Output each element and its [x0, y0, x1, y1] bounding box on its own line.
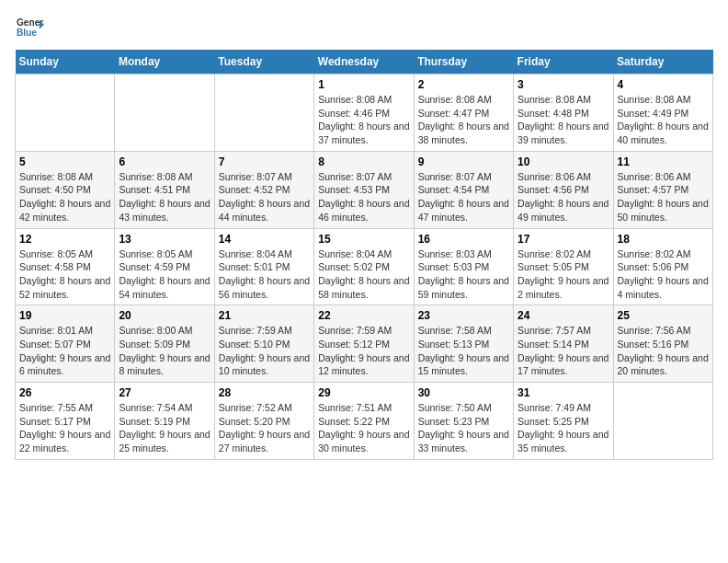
weekday-header-saturday: Saturday — [613, 50, 712, 75]
day-info: Sunrise: 8:04 AMSunset: 5:02 PMDaylight:… — [318, 247, 409, 302]
svg-text:Blue: Blue — [17, 28, 37, 38]
page-header: General Blue — [15, 15, 713, 40]
day-info: Sunrise: 8:04 AMSunset: 5:01 PMDaylight:… — [219, 247, 310, 302]
day-info: Sunrise: 8:02 AMSunset: 5:05 PMDaylight:… — [518, 247, 609, 302]
day-cell: 21Sunrise: 7:59 AMSunset: 5:10 PMDayligh… — [214, 305, 313, 383]
day-info: Sunrise: 8:07 AMSunset: 4:53 PMDaylight:… — [318, 170, 409, 224]
day-info: Sunrise: 7:52 AMSunset: 5:20 PMDaylight:… — [219, 401, 310, 455]
day-number: 29 — [318, 386, 409, 399]
day-number: 20 — [119, 309, 210, 322]
day-cell: 4Sunrise: 8:08 AMSunset: 4:49 PMDaylight… — [613, 75, 712, 152]
day-cell: 11Sunrise: 8:06 AMSunset: 4:57 PMDayligh… — [613, 151, 712, 228]
day-info: Sunrise: 7:58 AMSunset: 5:13 PMDaylight:… — [418, 324, 509, 378]
day-number: 30 — [418, 386, 509, 399]
day-cell: 27Sunrise: 7:54 AMSunset: 5:19 PMDayligh… — [115, 383, 214, 460]
day-number: 11 — [618, 155, 709, 168]
day-cell: 10Sunrise: 8:06 AMSunset: 4:56 PMDayligh… — [514, 151, 613, 228]
day-info: Sunrise: 8:08 AMSunset: 4:50 PMDaylight:… — [19, 170, 110, 224]
day-number: 18 — [618, 233, 709, 246]
day-info: Sunrise: 8:05 AMSunset: 4:59 PMDaylight:… — [119, 247, 210, 302]
week-row-1: 1Sunrise: 8:08 AMSunset: 4:46 PMDaylight… — [16, 75, 713, 152]
day-cell: 28Sunrise: 7:52 AMSunset: 5:20 PMDayligh… — [214, 383, 313, 460]
day-cell: 25Sunrise: 7:56 AMSunset: 5:16 PMDayligh… — [613, 305, 712, 383]
day-cell: 31Sunrise: 7:49 AMSunset: 5:25 PMDayligh… — [514, 383, 613, 460]
day-cell: 2Sunrise: 8:08 AMSunset: 4:47 PMDaylight… — [414, 75, 513, 152]
day-info: Sunrise: 7:55 AMSunset: 5:17 PMDaylight:… — [19, 401, 110, 455]
day-number: 4 — [618, 78, 709, 91]
logo-icon: General Blue — [15, 15, 44, 40]
day-cell: 6Sunrise: 8:08 AMSunset: 4:51 PMDaylight… — [115, 151, 214, 228]
day-cell: 15Sunrise: 8:04 AMSunset: 5:02 PMDayligh… — [314, 228, 414, 305]
week-row-5: 26Sunrise: 7:55 AMSunset: 5:17 PMDayligh… — [16, 383, 713, 460]
day-info: Sunrise: 8:05 AMSunset: 4:58 PMDaylight:… — [19, 247, 110, 302]
day-info: Sunrise: 8:08 AMSunset: 4:51 PMDaylight:… — [119, 170, 210, 224]
day-cell: 18Sunrise: 8:02 AMSunset: 5:06 PMDayligh… — [613, 228, 712, 305]
day-number: 14 — [219, 233, 310, 246]
weekday-header-wednesday: Wednesday — [314, 50, 414, 75]
day-info: Sunrise: 8:06 AMSunset: 4:56 PMDaylight:… — [518, 170, 609, 224]
day-number: 13 — [119, 233, 210, 246]
weekday-header-friday: Friday — [514, 50, 613, 75]
day-cell: 23Sunrise: 7:58 AMSunset: 5:13 PMDayligh… — [414, 305, 513, 383]
day-number: 15 — [318, 233, 409, 246]
day-number: 23 — [418, 309, 509, 322]
day-number: 16 — [418, 233, 509, 246]
weekday-header-thursday: Thursday — [414, 50, 513, 75]
day-info: Sunrise: 8:00 AMSunset: 5:09 PMDaylight:… — [119, 324, 210, 378]
day-number: 24 — [518, 309, 609, 322]
day-cell: 22Sunrise: 7:59 AMSunset: 5:12 PMDayligh… — [314, 305, 414, 383]
week-row-4: 19Sunrise: 8:01 AMSunset: 5:07 PMDayligh… — [16, 305, 713, 383]
day-number: 8 — [318, 155, 409, 168]
day-info: Sunrise: 8:08 AMSunset: 4:47 PMDaylight:… — [418, 93, 509, 147]
day-info: Sunrise: 7:56 AMSunset: 5:16 PMDaylight:… — [618, 324, 709, 378]
day-number: 7 — [219, 155, 310, 168]
calendar-table: SundayMondayTuesdayWednesdayThursdayFrid… — [15, 50, 713, 460]
day-number: 26 — [19, 386, 110, 399]
day-cell: 3Sunrise: 8:08 AMSunset: 4:48 PMDaylight… — [514, 75, 613, 152]
day-cell: 9Sunrise: 8:07 AMSunset: 4:54 PMDaylight… — [414, 151, 513, 228]
day-cell — [16, 75, 115, 152]
day-number: 10 — [518, 155, 609, 168]
day-info: Sunrise: 7:49 AMSunset: 5:25 PMDaylight:… — [518, 401, 609, 455]
day-info: Sunrise: 7:59 AMSunset: 5:12 PMDaylight:… — [318, 324, 409, 378]
day-info: Sunrise: 8:01 AMSunset: 5:07 PMDaylight:… — [19, 324, 110, 378]
day-cell — [115, 75, 214, 152]
day-cell: 24Sunrise: 7:57 AMSunset: 5:14 PMDayligh… — [514, 305, 613, 383]
day-cell: 30Sunrise: 7:50 AMSunset: 5:23 PMDayligh… — [414, 383, 513, 460]
day-number: 27 — [119, 386, 210, 399]
day-info: Sunrise: 8:08 AMSunset: 4:48 PMDaylight:… — [518, 93, 609, 147]
day-number: 25 — [618, 309, 709, 322]
day-number: 5 — [19, 155, 110, 168]
day-cell: 26Sunrise: 7:55 AMSunset: 5:17 PMDayligh… — [16, 383, 115, 460]
weekday-header-row: SundayMondayTuesdayWednesdayThursdayFrid… — [16, 50, 713, 75]
day-number: 1 — [318, 78, 409, 91]
day-number: 12 — [19, 233, 110, 246]
day-cell — [214, 75, 313, 152]
day-cell: 20Sunrise: 8:00 AMSunset: 5:09 PMDayligh… — [115, 305, 214, 383]
day-info: Sunrise: 8:02 AMSunset: 5:06 PMDaylight:… — [618, 247, 709, 302]
weekday-header-monday: Monday — [115, 50, 214, 75]
day-cell: 8Sunrise: 8:07 AMSunset: 4:53 PMDaylight… — [314, 151, 414, 228]
day-cell: 29Sunrise: 7:51 AMSunset: 5:22 PMDayligh… — [314, 383, 414, 460]
day-number: 6 — [119, 155, 210, 168]
day-info: Sunrise: 7:51 AMSunset: 5:22 PMDaylight:… — [318, 401, 409, 455]
day-number: 9 — [418, 155, 509, 168]
day-cell — [613, 383, 712, 460]
day-info: Sunrise: 8:08 AMSunset: 4:49 PMDaylight:… — [618, 93, 709, 147]
day-info: Sunrise: 7:54 AMSunset: 5:19 PMDaylight:… — [119, 401, 210, 455]
day-cell: 14Sunrise: 8:04 AMSunset: 5:01 PMDayligh… — [214, 228, 313, 305]
day-number: 31 — [518, 386, 609, 399]
day-cell: 12Sunrise: 8:05 AMSunset: 4:58 PMDayligh… — [16, 228, 115, 305]
day-number: 3 — [518, 78, 609, 91]
day-number: 28 — [219, 386, 310, 399]
day-cell: 19Sunrise: 8:01 AMSunset: 5:07 PMDayligh… — [16, 305, 115, 383]
week-row-3: 12Sunrise: 8:05 AMSunset: 4:58 PMDayligh… — [16, 228, 713, 305]
day-info: Sunrise: 7:59 AMSunset: 5:10 PMDaylight:… — [219, 324, 310, 378]
day-info: Sunrise: 8:07 AMSunset: 4:54 PMDaylight:… — [418, 170, 509, 224]
day-cell: 17Sunrise: 8:02 AMSunset: 5:05 PMDayligh… — [514, 228, 613, 305]
day-number: 19 — [19, 309, 110, 322]
day-number: 17 — [518, 233, 609, 246]
day-info: Sunrise: 8:03 AMSunset: 5:03 PMDaylight:… — [418, 247, 509, 302]
day-cell: 5Sunrise: 8:08 AMSunset: 4:50 PMDaylight… — [16, 151, 115, 228]
day-cell: 16Sunrise: 8:03 AMSunset: 5:03 PMDayligh… — [414, 228, 513, 305]
